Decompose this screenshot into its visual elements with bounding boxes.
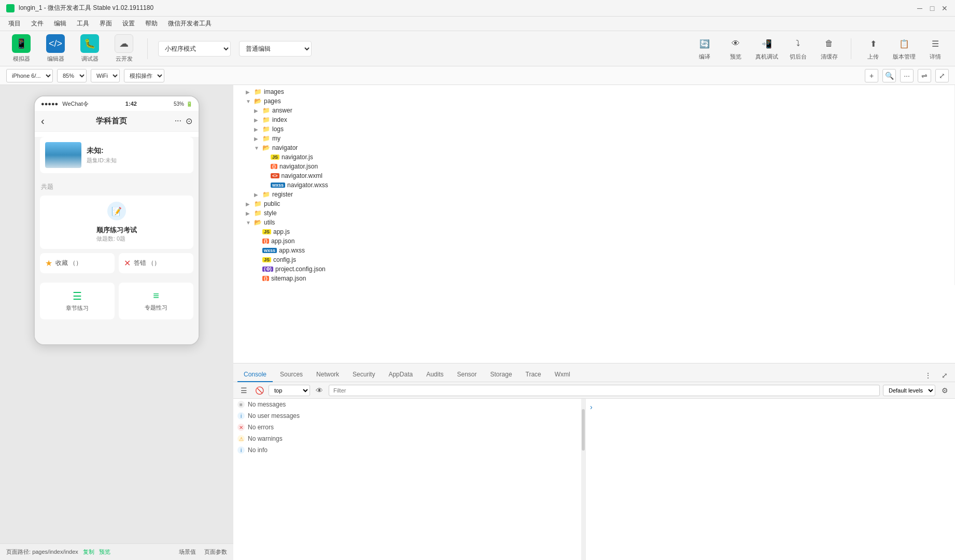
tab-security[interactable]: Security [346, 368, 381, 382]
tree-item-app-wxss[interactable]: ▶ wxss app.wxss [233, 246, 954, 255]
collect-button[interactable]: ★ 收藏 （） [40, 253, 115, 273]
wxss-badge: wxss [262, 248, 277, 253]
tree-item-sitemap[interactable]: ▶ {} sitemap.json [233, 274, 954, 283]
clearcache-button[interactable]: 🗑 清缓存 [818, 36, 840, 61]
switchback-button[interactable]: ⤵ 切后台 [787, 36, 809, 61]
close-button[interactable]: ✕ [940, 4, 949, 12]
log-levels-select[interactable]: Default levels [883, 385, 935, 396]
tree-item-project-config[interactable]: ▶ {⚙} project.config.json [233, 264, 954, 274]
console-scrollbar[interactable] [581, 399, 585, 560]
simulator-button[interactable]: 📱 模拟器 [8, 34, 34, 63]
preview-link[interactable]: 预览 [99, 549, 110, 555]
tree-item-navigator[interactable]: ▼ 📂 navigator [233, 143, 954, 152]
tree-item-navigator-wxss[interactable]: ▶ wxss navigator.wxss [233, 180, 954, 190]
page-path: 页面路径: pages/index/index 复制 预览 [6, 548, 175, 556]
context-select[interactable]: top [269, 385, 310, 396]
path-prefix-label: 页面路径 [6, 549, 29, 555]
detail-button[interactable]: ☰ 详情 [924, 36, 947, 61]
tree-item-my[interactable]: ▶ 📁 my [233, 134, 954, 143]
tree-item-utils[interactable]: ▼ 📂 utils [233, 218, 954, 227]
tree-item-index[interactable]: ▶ 📁 index [233, 115, 954, 124]
format-button[interactable]: ⇌ [918, 69, 931, 82]
tree-item-images[interactable]: ▶ 📁 images [233, 87, 954, 96]
tab-sources[interactable]: Sources [274, 368, 309, 382]
maximize-button[interactable]: □ [928, 4, 936, 12]
more-dots-icon[interactable]: ··· [175, 116, 181, 126]
zoom-select[interactable]: 85% [57, 69, 87, 82]
menu-settings[interactable]: 设置 [118, 18, 139, 29]
page-params-link[interactable]: 页面参数 [204, 548, 227, 556]
comprehensive-btn[interactable]: ≡ 专题性习 [119, 283, 193, 319]
tab-trace[interactable]: Trace [519, 368, 547, 382]
tab-console[interactable]: Console [237, 368, 273, 382]
minimize-button[interactable]: ─ [916, 4, 924, 12]
camera-icon[interactable]: ⊙ [186, 116, 192, 126]
cloud-button[interactable]: ☁ 云开发 [111, 34, 137, 63]
menu-edit[interactable]: 编辑 [50, 18, 71, 29]
console-filter-input[interactable] [329, 385, 880, 396]
chapter-btn[interactable]: ☰ 章节练习 [40, 283, 115, 319]
version-button[interactable]: 📋 版本管理 [893, 36, 916, 61]
tree-item-logs[interactable]: ▶ 📁 logs [233, 124, 954, 134]
tab-wxml[interactable]: Wxml [549, 368, 577, 382]
simulate-select[interactable]: 模拟操作 [124, 69, 164, 82]
devtools-expand-button[interactable]: ⤢ [938, 369, 951, 382]
tree-item-label: app.js [273, 228, 290, 235]
editor-button[interactable]: </> 编辑器 [43, 34, 68, 63]
menu-project[interactable]: 项目 [4, 18, 25, 29]
tree-item-register[interactable]: ▶ 📁 register [233, 190, 954, 199]
tree-item-navigator-json[interactable]: ▶ {} navigator.json [233, 162, 954, 171]
tree-item-app-js[interactable]: ▶ JS app.js [233, 227, 954, 236]
copy-link[interactable]: 复制 [83, 549, 94, 555]
tree-item-navigator-wxml[interactable]: ▶ <> navigator.wxml [233, 171, 954, 180]
upload-button[interactable]: ⬆ 上传 [862, 36, 884, 61]
expand-button[interactable]: ⤢ [935, 69, 949, 82]
console-eye-button[interactable]: 👁 [313, 384, 326, 397]
menu-help[interactable]: 帮助 [141, 18, 162, 29]
devtools-more-button[interactable]: ⋮ [922, 369, 934, 382]
compile-mode-select[interactable]: 普通编辑 [239, 41, 312, 57]
devicebar: iPhone 6/... 85% WiFi 模拟操作 + 🔍 ··· ⇌ ⤢ [0, 66, 955, 85]
console-clear-button[interactable]: 🚫 [253, 384, 265, 397]
more-button[interactable]: ··· [900, 69, 914, 82]
console-sidebar-button[interactable]: ☰ [237, 384, 250, 397]
course-image [45, 142, 81, 168]
add-file-button[interactable]: + [865, 69, 878, 82]
preview-button[interactable]: 👁 预览 [724, 36, 747, 61]
tree-item-public[interactable]: ▶ 📁 public [233, 199, 954, 208]
tab-audits[interactable]: Audits [420, 368, 450, 382]
tab-storage[interactable]: Storage [484, 368, 518, 382]
tree-item-label: my [272, 135, 280, 142]
menu-wechat-dev[interactable]: 微信开发者工具 [164, 18, 216, 29]
console-messages-panel: ≡ No messages i No user messages ✕ No er… [233, 399, 586, 560]
window-title: longin_1 - 微信开发者工具 Stable v1.02.1911180 [19, 4, 916, 12]
tree-item-label: navigator [272, 144, 298, 151]
console-settings-button[interactable]: ⚙ [938, 384, 951, 397]
debugger-button[interactable]: 🐛 调试器 [77, 34, 103, 63]
tab-appdata[interactable]: AppData [382, 368, 419, 382]
tree-item-app-json[interactable]: ▶ {} app.json [233, 236, 954, 246]
chevron-down-icon: ▼ [246, 220, 253, 226]
tree-item-navigator-js[interactable]: ▶ JS navigator.js [233, 152, 954, 162]
tree-item-style[interactable]: ▶ 📁 style [233, 208, 954, 218]
device-select[interactable]: iPhone 6/... [6, 69, 53, 82]
error-button[interactable]: ✕ 答错 （） [119, 253, 193, 273]
tree-item-answer[interactable]: ▶ 📁 answer [233, 106, 954, 115]
network-select[interactable]: WiFi [91, 69, 120, 82]
practice-main-btn[interactable]: 📝 顺序练习考试 做题数: 0题 [40, 195, 193, 249]
mode-select[interactable]: 小程序模式 [158, 41, 231, 57]
comprehensive-icon: ≡ [153, 290, 159, 302]
tree-item-pages[interactable]: ▼ 📂 pages [233, 96, 954, 106]
realtest-button[interactable]: 📲 真机调试 [755, 36, 778, 61]
search-button[interactable]: 🔍 [882, 69, 896, 82]
tab-sensor[interactable]: Sensor [451, 368, 483, 382]
tree-item-config-js[interactable]: ▶ JS config.js [233, 255, 954, 264]
back-button[interactable]: ‹ [41, 115, 45, 127]
menu-interface[interactable]: 界面 [95, 18, 116, 29]
devtools-tabs: Console Sources Network Security AppData… [233, 363, 955, 382]
tab-network[interactable]: Network [310, 368, 345, 382]
scene-value-link[interactable]: 场景值 [179, 548, 196, 556]
menu-tools[interactable]: 工具 [73, 18, 93, 29]
compile-button[interactable]: 🔄 编译 [693, 36, 716, 61]
menu-file[interactable]: 文件 [27, 18, 48, 29]
